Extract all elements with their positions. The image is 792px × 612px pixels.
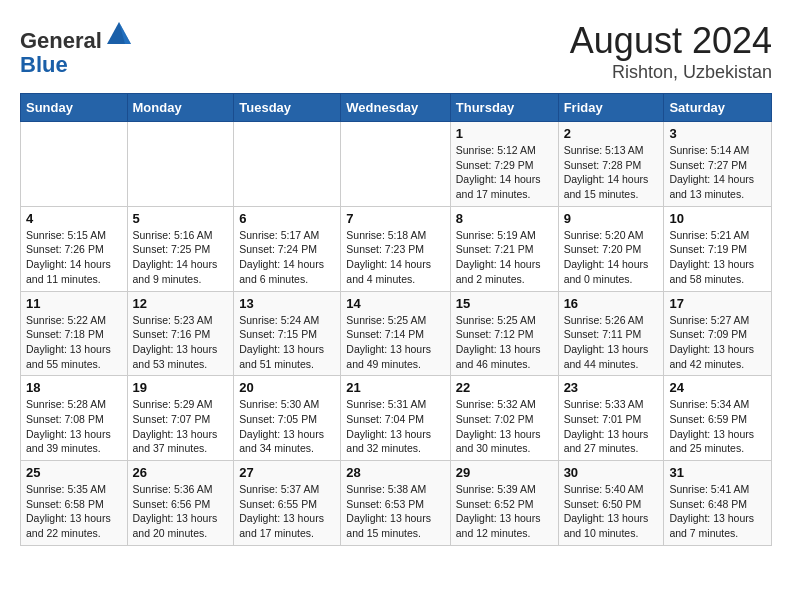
- calendar-cell: [341, 122, 450, 207]
- day-info: Sunrise: 5:31 AMSunset: 7:04 PMDaylight:…: [346, 397, 444, 456]
- day-info: Sunrise: 5:14 AMSunset: 7:27 PMDaylight:…: [669, 143, 766, 202]
- calendar-cell: 28Sunrise: 5:38 AMSunset: 6:53 PMDayligh…: [341, 461, 450, 546]
- week-row-5: 25Sunrise: 5:35 AMSunset: 6:58 PMDayligh…: [21, 461, 772, 546]
- day-number: 9: [564, 211, 659, 226]
- calendar-cell: [234, 122, 341, 207]
- day-info: Sunrise: 5:25 AMSunset: 7:14 PMDaylight:…: [346, 313, 444, 372]
- day-number: 26: [133, 465, 229, 480]
- location-title: Rishton, Uzbekistan: [570, 62, 772, 83]
- day-number: 6: [239, 211, 335, 226]
- day-info: Sunrise: 5:34 AMSunset: 6:59 PMDaylight:…: [669, 397, 766, 456]
- day-number: 31: [669, 465, 766, 480]
- page-header: General Blue August 2024 Rishton, Uzbeki…: [20, 20, 772, 83]
- calendar-cell: 4Sunrise: 5:15 AMSunset: 7:26 PMDaylight…: [21, 206, 128, 291]
- calendar-cell: 15Sunrise: 5:25 AMSunset: 7:12 PMDayligh…: [450, 291, 558, 376]
- calendar-cell: [21, 122, 128, 207]
- day-info: Sunrise: 5:39 AMSunset: 6:52 PMDaylight:…: [456, 482, 553, 541]
- day-number: 1: [456, 126, 553, 141]
- calendar-cell: 3Sunrise: 5:14 AMSunset: 7:27 PMDaylight…: [664, 122, 772, 207]
- day-info: Sunrise: 5:29 AMSunset: 7:07 PMDaylight:…: [133, 397, 229, 456]
- day-info: Sunrise: 5:32 AMSunset: 7:02 PMDaylight:…: [456, 397, 553, 456]
- day-info: Sunrise: 5:16 AMSunset: 7:25 PMDaylight:…: [133, 228, 229, 287]
- calendar-cell: 13Sunrise: 5:24 AMSunset: 7:15 PMDayligh…: [234, 291, 341, 376]
- day-info: Sunrise: 5:24 AMSunset: 7:15 PMDaylight:…: [239, 313, 335, 372]
- calendar-cell: 10Sunrise: 5:21 AMSunset: 7:19 PMDayligh…: [664, 206, 772, 291]
- day-info: Sunrise: 5:38 AMSunset: 6:53 PMDaylight:…: [346, 482, 444, 541]
- day-number: 28: [346, 465, 444, 480]
- calendar-cell: 9Sunrise: 5:20 AMSunset: 7:20 PMDaylight…: [558, 206, 664, 291]
- logo-icon: [105, 20, 133, 48]
- weekday-header-monday: Monday: [127, 94, 234, 122]
- logo: General Blue: [20, 20, 133, 77]
- day-number: 16: [564, 296, 659, 311]
- day-number: 25: [26, 465, 122, 480]
- day-number: 15: [456, 296, 553, 311]
- day-number: 22: [456, 380, 553, 395]
- day-info: Sunrise: 5:23 AMSunset: 7:16 PMDaylight:…: [133, 313, 229, 372]
- weekday-header-sunday: Sunday: [21, 94, 128, 122]
- calendar-cell: 29Sunrise: 5:39 AMSunset: 6:52 PMDayligh…: [450, 461, 558, 546]
- day-number: 20: [239, 380, 335, 395]
- day-info: Sunrise: 5:17 AMSunset: 7:24 PMDaylight:…: [239, 228, 335, 287]
- day-number: 5: [133, 211, 229, 226]
- day-number: 19: [133, 380, 229, 395]
- calendar-cell: 21Sunrise: 5:31 AMSunset: 7:04 PMDayligh…: [341, 376, 450, 461]
- calendar-cell: 20Sunrise: 5:30 AMSunset: 7:05 PMDayligh…: [234, 376, 341, 461]
- calendar-cell: 11Sunrise: 5:22 AMSunset: 7:18 PMDayligh…: [21, 291, 128, 376]
- calendar-cell: 27Sunrise: 5:37 AMSunset: 6:55 PMDayligh…: [234, 461, 341, 546]
- calendar-cell: 18Sunrise: 5:28 AMSunset: 7:08 PMDayligh…: [21, 376, 128, 461]
- day-number: 10: [669, 211, 766, 226]
- day-number: 23: [564, 380, 659, 395]
- day-info: Sunrise: 5:18 AMSunset: 7:23 PMDaylight:…: [346, 228, 444, 287]
- calendar-cell: 14Sunrise: 5:25 AMSunset: 7:14 PMDayligh…: [341, 291, 450, 376]
- calendar-cell: 16Sunrise: 5:26 AMSunset: 7:11 PMDayligh…: [558, 291, 664, 376]
- logo-blue: Blue: [20, 52, 68, 77]
- day-info: Sunrise: 5:35 AMSunset: 6:58 PMDaylight:…: [26, 482, 122, 541]
- day-info: Sunrise: 5:37 AMSunset: 6:55 PMDaylight:…: [239, 482, 335, 541]
- calendar-cell: 8Sunrise: 5:19 AMSunset: 7:21 PMDaylight…: [450, 206, 558, 291]
- day-info: Sunrise: 5:33 AMSunset: 7:01 PMDaylight:…: [564, 397, 659, 456]
- calendar-cell: 1Sunrise: 5:12 AMSunset: 7:29 PMDaylight…: [450, 122, 558, 207]
- day-number: 17: [669, 296, 766, 311]
- day-number: 29: [456, 465, 553, 480]
- title-block: August 2024 Rishton, Uzbekistan: [570, 20, 772, 83]
- day-info: Sunrise: 5:15 AMSunset: 7:26 PMDaylight:…: [26, 228, 122, 287]
- day-number: 24: [669, 380, 766, 395]
- day-number: 30: [564, 465, 659, 480]
- day-info: Sunrise: 5:27 AMSunset: 7:09 PMDaylight:…: [669, 313, 766, 372]
- calendar-cell: 7Sunrise: 5:18 AMSunset: 7:23 PMDaylight…: [341, 206, 450, 291]
- calendar-cell: 23Sunrise: 5:33 AMSunset: 7:01 PMDayligh…: [558, 376, 664, 461]
- calendar-cell: 2Sunrise: 5:13 AMSunset: 7:28 PMDaylight…: [558, 122, 664, 207]
- calendar-cell: 5Sunrise: 5:16 AMSunset: 7:25 PMDaylight…: [127, 206, 234, 291]
- day-number: 8: [456, 211, 553, 226]
- day-number: 21: [346, 380, 444, 395]
- calendar-body: 1Sunrise: 5:12 AMSunset: 7:29 PMDaylight…: [21, 122, 772, 546]
- day-info: Sunrise: 5:26 AMSunset: 7:11 PMDaylight:…: [564, 313, 659, 372]
- day-info: Sunrise: 5:19 AMSunset: 7:21 PMDaylight:…: [456, 228, 553, 287]
- day-info: Sunrise: 5:40 AMSunset: 6:50 PMDaylight:…: [564, 482, 659, 541]
- day-number: 13: [239, 296, 335, 311]
- day-number: 3: [669, 126, 766, 141]
- weekday-header-friday: Friday: [558, 94, 664, 122]
- month-year-title: August 2024: [570, 20, 772, 62]
- logo-text: General Blue: [20, 20, 133, 77]
- calendar-table: SundayMondayTuesdayWednesdayThursdayFrid…: [20, 93, 772, 546]
- calendar-cell: 30Sunrise: 5:40 AMSunset: 6:50 PMDayligh…: [558, 461, 664, 546]
- day-number: 18: [26, 380, 122, 395]
- weekday-header-thursday: Thursday: [450, 94, 558, 122]
- day-info: Sunrise: 5:13 AMSunset: 7:28 PMDaylight:…: [564, 143, 659, 202]
- calendar-cell: 26Sunrise: 5:36 AMSunset: 6:56 PMDayligh…: [127, 461, 234, 546]
- weekday-header-tuesday: Tuesday: [234, 94, 341, 122]
- week-row-4: 18Sunrise: 5:28 AMSunset: 7:08 PMDayligh…: [21, 376, 772, 461]
- day-number: 7: [346, 211, 444, 226]
- day-info: Sunrise: 5:41 AMSunset: 6:48 PMDaylight:…: [669, 482, 766, 541]
- day-info: Sunrise: 5:22 AMSunset: 7:18 PMDaylight:…: [26, 313, 122, 372]
- day-number: 12: [133, 296, 229, 311]
- day-info: Sunrise: 5:36 AMSunset: 6:56 PMDaylight:…: [133, 482, 229, 541]
- week-row-2: 4Sunrise: 5:15 AMSunset: 7:26 PMDaylight…: [21, 206, 772, 291]
- day-number: 27: [239, 465, 335, 480]
- day-info: Sunrise: 5:28 AMSunset: 7:08 PMDaylight:…: [26, 397, 122, 456]
- calendar-cell: 31Sunrise: 5:41 AMSunset: 6:48 PMDayligh…: [664, 461, 772, 546]
- day-number: 11: [26, 296, 122, 311]
- calendar-cell: 17Sunrise: 5:27 AMSunset: 7:09 PMDayligh…: [664, 291, 772, 376]
